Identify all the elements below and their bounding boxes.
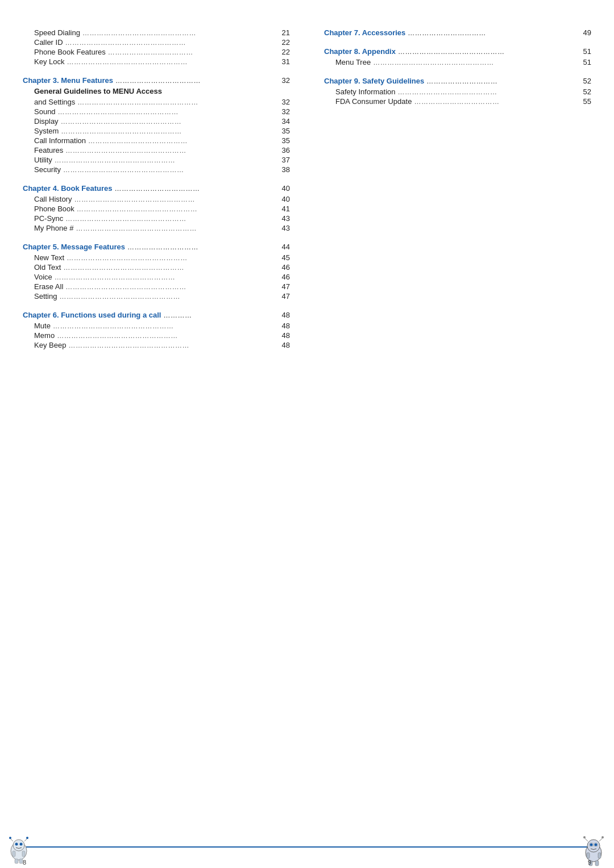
page-number: 32: [276, 76, 290, 85]
dots: ……………………………………………: [68, 341, 274, 349]
toc-item: Memo……………………………………………48: [34, 331, 290, 340]
page-number-left: 8: [23, 859, 26, 866]
chapter-group-ch8: Chapter 8. Appendix………………………………………51Menu…: [324, 47, 591, 66]
page-number: 43: [276, 214, 290, 223]
item-label: Utility: [34, 156, 52, 164]
dots: ……………………………………………: [65, 283, 274, 291]
dots: …………: [163, 311, 274, 319]
dots: ……………………………………………: [373, 59, 575, 66]
page-number: 52: [578, 77, 591, 85]
page-number: 32: [276, 107, 290, 116]
svg-rect-16: [587, 853, 590, 858]
dots: ………………………………: [108, 48, 274, 56]
item-label: Display: [34, 117, 59, 126]
dots: ……………………………………………: [77, 205, 274, 213]
toc-item: Security……………………………………………38: [34, 165, 290, 174]
page-number: 48: [276, 322, 290, 330]
toc-item: Phone Book Features………………………………22: [34, 48, 290, 56]
toc-item: Utility……………………………………………37: [34, 156, 290, 164]
page-number: 44: [276, 243, 290, 251]
dots: ……………………………………………: [58, 108, 274, 116]
right-chapters: Chapter 7. Accessories……………………………49Chapt…: [324, 28, 591, 106]
toc-item: Safety Information……………………………………52: [335, 87, 591, 96]
page-number: 43: [276, 224, 290, 232]
svg-rect-19: [595, 861, 599, 866]
dots: ………………………………: [115, 77, 274, 85]
dots: ……………………………………………: [59, 293, 274, 301]
page-number: 48: [276, 311, 290, 319]
svg-point-15: [595, 844, 598, 846]
page-number: 46: [276, 263, 290, 272]
sub-heading: General Guidelines to MENU Access: [34, 87, 290, 95]
toc-item: My Phone #……………………………………………43: [34, 224, 290, 232]
chapter-group-ch3: Chapter 3. Menu Features………………………………32Ge…: [23, 76, 290, 174]
page-number: 47: [276, 292, 290, 301]
svg-point-1: [13, 840, 24, 851]
chapter-heading: Chapter 6. Functions used during a call……: [23, 311, 290, 319]
toc-item: PC-Sync……………………………………………43: [34, 214, 290, 223]
chapter-heading-label: Chapter 6. Functions used during a call: [23, 311, 161, 319]
chapter-group-ch6: Chapter 6. Functions used during a call……: [23, 311, 290, 349]
page-number: 32: [276, 98, 290, 106]
page-number: 48: [276, 341, 290, 349]
page-number: 36: [276, 146, 290, 155]
toc-item: Menu Tree……………………………………………51: [335, 58, 591, 66]
page-number: 22: [276, 48, 290, 56]
chapter-group-ch5: Chapter 5. Message Features…………………………44N…: [23, 243, 290, 301]
chapter-group-ch9: Chapter 9. Safety Guidelines…………………………52…: [324, 77, 591, 106]
dots: ………………………………: [414, 98, 575, 106]
item-label: Menu Tree: [335, 58, 371, 66]
page-number: 52: [578, 87, 591, 96]
dots: ……………………………………: [88, 137, 274, 145]
toc-item: and Settings……………………………………………32: [34, 98, 290, 106]
toc-item: Call History……………………………………………40: [34, 195, 290, 203]
item-label: FDA Consumer Update: [335, 97, 412, 106]
chapter-group-ch7: Chapter 7. Accessories……………………………49: [324, 28, 591, 37]
item-label: Mute: [34, 322, 51, 330]
bottom-line: [17, 846, 597, 848]
item-label: My Phone #: [34, 224, 73, 232]
page-number: 51: [578, 47, 591, 56]
svg-line-21: [599, 838, 603, 841]
dots: ……………………………………………: [65, 39, 274, 47]
toc-item: Old Text……………………………………………46: [34, 263, 290, 272]
svg-point-22: [583, 836, 586, 838]
item-label: Setting: [34, 292, 57, 301]
item-label: Key Beep: [34, 341, 66, 349]
dots: ……………………………………………: [57, 332, 274, 340]
right-column: Chapter 7. Accessories……………………………49Chapt…: [313, 17, 591, 360]
dots: ……………………………………………: [76, 224, 274, 232]
chapter-group-ch4: Chapter 4. Book Features………………………………40Ca…: [23, 184, 290, 232]
dots: ……………………………………………: [55, 156, 274, 164]
chapter-heading: Chapter 3. Menu Features………………………………32: [23, 76, 290, 85]
toc-item: Caller ID……………………………………………22: [34, 38, 290, 47]
toc-item: New Text……………………………………………45: [34, 253, 290, 262]
page-number-right: 9: [588, 859, 591, 866]
toc-item: FDA Consumer Update………………………………55: [335, 97, 591, 106]
dots: ……………………………………………: [53, 322, 274, 330]
item-label: Call History: [34, 195, 72, 203]
svg-rect-5: [22, 851, 25, 857]
toc-item: Setting……………………………………………47: [34, 292, 290, 301]
chapter-heading-label: Chapter 8. Appendix: [324, 47, 396, 56]
svg-point-3: [20, 843, 23, 846]
dots: ……………………………………………: [55, 273, 274, 281]
item-label: Sound: [34, 107, 56, 116]
dots: ……………………………………………: [67, 58, 274, 66]
chapter-heading-label: Chapter 4. Book Features: [23, 184, 113, 193]
page-number: 41: [276, 205, 290, 213]
page-number: 48: [276, 331, 290, 340]
chapter-heading: Chapter 4. Book Features………………………………40: [23, 184, 290, 193]
dots: …………………………: [426, 77, 575, 85]
item-label: Speed Dialing: [34, 28, 80, 37]
svg-rect-17: [598, 853, 601, 858]
dots: ……………………………………………: [65, 147, 274, 155]
toc-item: System……………………………………………35: [34, 127, 290, 135]
page-number: 51: [578, 58, 591, 66]
svg-line-20: [584, 838, 588, 841]
page-num-right-text: 9: [588, 859, 591, 866]
svg-point-11: [26, 837, 28, 839]
page-number: 38: [276, 165, 290, 174]
page-number: 40: [276, 195, 290, 203]
toc-item: Call Information……………………………………35: [34, 136, 290, 145]
